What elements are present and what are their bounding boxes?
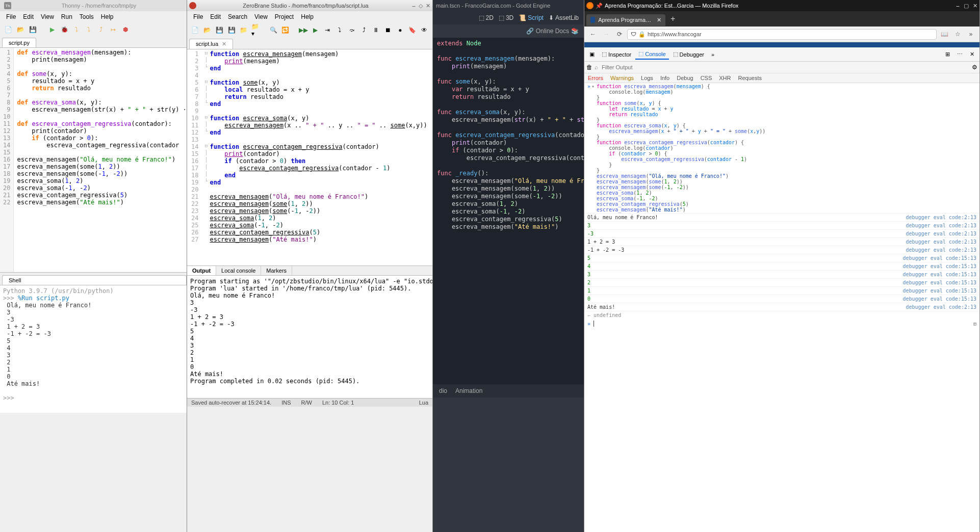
source-link[interactable]: debugger eval code:15:13: [899, 296, 977, 302]
shell-body[interactable]: Python 3.9.7 (/usr/bin/python) >>> %Run …: [0, 285, 187, 413]
forward-icon[interactable]: →: [601, 29, 612, 40]
menu-help[interactable]: Help: [98, 12, 117, 21]
overflow-icon[interactable]: »: [965, 29, 976, 40]
new-tab-button[interactable]: +: [665, 14, 680, 23]
new-file-icon[interactable]: 📄: [3, 24, 13, 35]
output-tab-output[interactable]: Output: [187, 266, 216, 275]
break-icon[interactable]: ⏸: [371, 24, 381, 36]
more-tools-icon[interactable]: »: [708, 50, 717, 59]
watch-icon[interactable]: 👁: [419, 24, 429, 36]
devtools-menu-icon[interactable]: ⋯: [954, 49, 966, 59]
source-link[interactable]: debugger eval code:2:13: [902, 239, 976, 245]
menu-search[interactable]: Search: [225, 12, 250, 21]
menu-project[interactable]: Project: [272, 12, 297, 21]
mode-assetlib[interactable]: ⬇ AssetLib: [549, 14, 579, 21]
menu-view[interactable]: View: [38, 12, 57, 21]
source-link[interactable]: debugger eval code:15:13: [899, 255, 977, 261]
run-icon[interactable]: ▶: [47, 24, 57, 35]
category-requests[interactable]: Requests: [735, 73, 765, 83]
multiline-toggle-icon[interactable]: ⊞: [973, 321, 976, 327]
bottom-tab-audio[interactable]: dio: [439, 387, 447, 394]
output-tab-local-console[interactable]: Local console: [216, 266, 261, 275]
category-warnings[interactable]: Warnings: [607, 73, 637, 83]
code-area[interactable]: function escreva_mensagem(mensagem) prin…: [210, 49, 427, 265]
editor-tab[interactable]: script.lua ✕: [189, 39, 233, 49]
category-css[interactable]: CSS: [697, 73, 716, 83]
collapse-arrow-icon[interactable]: ▾: [591, 84, 595, 212]
source-link[interactable]: debugger eval code:2:13: [902, 215, 976, 220]
fold-gutter[interactable]: ⊟│└⊟││└⊟│└⊟││││└: [202, 49, 210, 265]
mode-2d[interactable]: ⬚ 2D: [479, 14, 494, 21]
devtools-close-icon[interactable]: ✕: [967, 49, 977, 59]
category-debug[interactable]: Debug: [673, 73, 697, 83]
zerobrane-editor[interactable]: 1234567891011121314151617181920212223242…: [187, 49, 432, 265]
source-link[interactable]: debugger eval code:2:13: [902, 223, 976, 228]
search-docs-icon[interactable]: 📚: [571, 28, 579, 35]
menu-edit[interactable]: Edit: [207, 12, 224, 21]
menu-view[interactable]: View: [251, 12, 271, 21]
firefox-titlebar[interactable]: 📌 Aprenda Programação: Est...Garcia — Mo…: [584, 0, 979, 11]
console-tab[interactable]: ⬚ Console: [635, 49, 668, 60]
bookmark-icon[interactable]: 🔖: [407, 24, 418, 36]
category-info[interactable]: Info: [657, 73, 673, 83]
find-icon[interactable]: 🔍: [268, 24, 278, 36]
toggle-breakpoint-icon[interactable]: ●: [395, 24, 405, 36]
menu-file[interactable]: File: [3, 12, 19, 21]
menu-file[interactable]: File: [190, 12, 206, 21]
source-link[interactable]: debugger eval code:15:13: [899, 288, 977, 294]
save-file-icon[interactable]: 💾: [214, 24, 224, 36]
project-dropdown-icon[interactable]: 📁▾: [251, 24, 261, 36]
menu-tools[interactable]: Tools: [76, 12, 97, 21]
url-field[interactable]: 🛡 🔒 https://www.francogar: [627, 29, 937, 40]
editor-tab[interactable]: script.py: [2, 38, 36, 47]
save-all-icon[interactable]: 💾: [226, 24, 237, 36]
output-pane[interactable]: Program starting as '"/opt/zbstudio/bin/…: [187, 276, 432, 398]
category-errors[interactable]: Errors: [584, 73, 607, 83]
page-content[interactable]: [584, 42, 979, 47]
source-link[interactable]: debugger eval code:2:13: [902, 231, 976, 236]
console-body[interactable]: » ▾ function escreva_mensagem(mensagem) …: [584, 83, 979, 532]
stop-icon[interactable]: ⬢: [120, 24, 131, 35]
menu-run[interactable]: Run: [58, 12, 75, 21]
close-tab-icon[interactable]: ✕: [222, 41, 226, 47]
zerobrane-titlebar[interactable]: ZeroBrane Studio - /home/franco/tmp/lua/…: [187, 0, 432, 11]
mode-script[interactable]: 📜 Script: [519, 14, 544, 21]
filter-input[interactable]: [600, 63, 970, 72]
console-prompt[interactable]: » ⊞: [584, 319, 979, 328]
run-icon[interactable]: ▶▶: [298, 24, 308, 36]
step-over-icon[interactable]: ⤼: [347, 24, 357, 36]
browser-tab[interactable]: Aprenda Programação: Estru ✕: [586, 14, 665, 26]
source-link[interactable]: debugger eval code:15:13: [899, 272, 977, 277]
output-tab-markers[interactable]: Markers: [261, 266, 292, 275]
source-link[interactable]: debugger eval code:2:13: [902, 304, 976, 310]
minimize-icon[interactable]: ‒: [412, 3, 416, 9]
minimize-icon[interactable]: ‒: [956, 3, 960, 9]
code-area[interactable]: def escreva_mensagem(mensagem): print(me…: [14, 48, 187, 272]
reader-icon[interactable]: 📖: [939, 29, 950, 40]
menu-edit[interactable]: Edit: [20, 12, 37, 21]
close-tab-icon[interactable]: ✕: [657, 17, 661, 23]
clear-console-icon[interactable]: 🗑: [586, 64, 592, 71]
settings-icon[interactable]: ⚙: [972, 64, 977, 71]
inspector-tab[interactable]: ⬚ Inspector: [599, 49, 634, 59]
step-out-icon[interactable]: ⤴: [359, 24, 369, 36]
pin-icon[interactable]: 📌: [596, 3, 603, 9]
online-docs-link[interactable]: 🔗 Online Docs: [526, 28, 569, 35]
back-icon[interactable]: ←: [587, 29, 599, 40]
mode-3d[interactable]: ⬚ 3D: [499, 14, 513, 21]
source-link[interactable]: debugger eval code:15:13: [899, 263, 977, 269]
category-xhr[interactable]: XHR: [715, 73, 734, 83]
source-link[interactable]: debugger eval code:15:13: [899, 280, 977, 285]
godot-editor[interactable]: extends Nodefunc escreva_mensagem(mensag…: [433, 38, 584, 384]
inspector-picker-icon[interactable]: ▣: [586, 49, 598, 59]
category-logs[interactable]: Logs: [637, 73, 657, 83]
save-file-icon[interactable]: 💾: [28, 24, 38, 35]
maximize-icon[interactable]: ◇: [419, 3, 423, 9]
replace-icon[interactable]: 🔁: [280, 24, 291, 36]
thonny-editor[interactable]: 12345678910111213141516171819202122 def …: [0, 48, 187, 272]
new-file-icon[interactable]: 📄: [190, 24, 200, 36]
split-console-icon[interactable]: ⊞: [942, 49, 953, 59]
godot-titlebar[interactable]: main.tscn - FrancoGarcia.com - Godot Eng…: [433, 0, 584, 11]
thonny-titlebar[interactable]: Th Thonny - /home/franco/tmp/py: [0, 0, 187, 11]
step-over-icon[interactable]: ⤵: [71, 24, 82, 35]
